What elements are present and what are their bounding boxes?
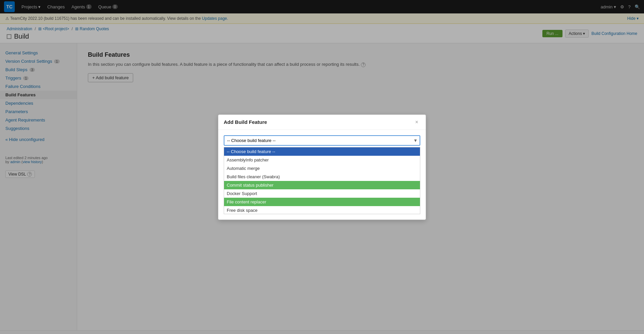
modal-body: -- Choose build feature -- AssemblyInfo …: [218, 130, 426, 220]
dropdown-item-file-content-replacer[interactable]: File content replacer: [224, 198, 420, 206]
dropdown-item-free-disk-space[interactable]: Free disk space: [224, 206, 420, 214]
dropdown-item-build-files-cleaner[interactable]: Build files cleaner (Swabra): [224, 173, 420, 181]
dropdown-item-choose[interactable]: -- Choose build feature --: [224, 147, 420, 156]
dropdown-item-auto-merge[interactable]: Automatic merge: [224, 164, 420, 173]
feature-dropdown-list: -- Choose build feature -- AssemblyInfo …: [224, 147, 420, 214]
feature-select[interactable]: -- Choose build feature -- AssemblyInfo …: [224, 135, 420, 146]
dropdown-item-assemblyinfo[interactable]: AssemblyInfo patcher: [224, 156, 420, 164]
modal-close-button[interactable]: ×: [413, 119, 420, 126]
modal-header: Add Build Feature ×: [218, 115, 426, 130]
modal-overlay: Add Build Feature × -- Choose build feat…: [0, 0, 644, 334]
modal-title: Add Build Feature: [224, 119, 267, 125]
dropdown-item-docker-support[interactable]: Docker Support: [224, 189, 420, 198]
dropdown-item-commit-status[interactable]: Commit status publisher: [224, 181, 420, 189]
feature-select-wrapper: -- Choose build feature -- AssemblyInfo …: [224, 135, 420, 146]
add-build-feature-modal: Add Build Feature × -- Choose build feat…: [218, 114, 426, 220]
